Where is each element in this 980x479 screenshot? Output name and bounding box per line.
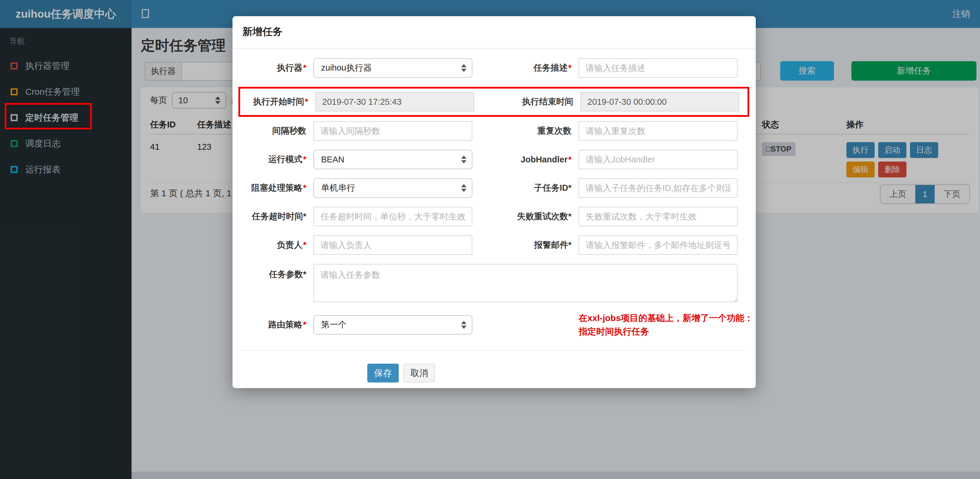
task-timeout-input[interactable]: [313, 207, 473, 226]
feature-note-line1: 在xxl-jobs项目的基础上，新增了一个功能：: [579, 311, 738, 325]
interval-seconds-input[interactable]: [313, 121, 473, 141]
add-task-modal: 新增任务 执行器* zuihou执行器 任务描述* 执行开始时间* 执行结束时间…: [232, 16, 756, 388]
feature-note-line2: 指定时间执行任务: [579, 325, 738, 338]
required-mark: *: [303, 63, 306, 72]
route-strategy-label: 路由策略*: [241, 319, 306, 331]
executor-select-value: zuihou执行器: [321, 62, 372, 74]
select-caret-icon: [461, 64, 466, 72]
feature-note: 在xxl-jobs项目的基础上，新增了一个功能： 指定时间执行任务: [579, 311, 738, 338]
route-strategy-select[interactable]: 第一个: [313, 315, 473, 334]
end-time-label: 执行结束时间: [481, 96, 573, 108]
block-strategy-label: 阻塞处理策略*: [241, 182, 306, 194]
modal-title: 新增任务: [242, 25, 746, 38]
jobhandler-label: JobHandler*: [479, 155, 571, 164]
repeat-count-label: 重复次数: [479, 125, 571, 137]
child-task-id-input[interactable]: [579, 178, 738, 198]
annotation-box-time-row: 执行开始时间* 执行结束时间: [239, 87, 749, 117]
task-desc-input[interactable]: [579, 58, 738, 78]
cancel-button[interactable]: 取消: [404, 364, 435, 382]
required-mark: *: [303, 154, 306, 164]
alarm-email-label: 报警邮件*: [479, 239, 571, 251]
select-caret-icon: [461, 184, 466, 192]
required-mark: *: [303, 240, 306, 250]
block-strategy-select[interactable]: 单机串行: [313, 178, 473, 198]
block-strategy-select-value: 单机串行: [321, 182, 355, 194]
save-button[interactable]: 保存: [367, 364, 399, 382]
required-mark: *: [305, 97, 308, 106]
jobhandler-input[interactable]: [579, 150, 738, 169]
task-params-label: 任务参数*: [241, 264, 306, 280]
fail-retry-input[interactable]: [579, 207, 738, 226]
task-desc-label: 任务描述*: [479, 62, 571, 74]
select-caret-icon: [461, 156, 466, 164]
fail-retry-label: 失败重试次数*: [479, 211, 571, 223]
run-mode-select-value: BEAN: [321, 155, 344, 164]
owner-label: 负责人*: [241, 239, 306, 251]
end-time-input[interactable]: [580, 92, 739, 111]
required-mark: *: [303, 183, 306, 193]
child-task-id-label: 子任务ID*: [479, 182, 571, 194]
task-timeout-label: 任务超时时间*: [241, 211, 306, 223]
repeat-count-input[interactable]: [579, 121, 738, 141]
run-mode-label: 运行模式*: [241, 154, 306, 166]
select-caret-icon: [461, 321, 466, 329]
start-time-label: 执行开始时间*: [243, 96, 308, 108]
owner-input[interactable]: [313, 236, 473, 255]
run-mode-select[interactable]: BEAN: [313, 150, 473, 169]
start-time-input[interactable]: [315, 92, 474, 111]
executor-label: 执行器*: [241, 62, 306, 74]
task-params-textarea[interactable]: [313, 264, 738, 302]
required-mark: *: [303, 320, 306, 329]
required-mark: *: [568, 155, 571, 164]
executor-select[interactable]: zuihou执行器: [313, 58, 473, 78]
interval-seconds-label: 间隔秒数: [241, 125, 306, 137]
route-strategy-select-value: 第一个: [321, 319, 347, 331]
required-mark: *: [568, 63, 571, 72]
alarm-email-input[interactable]: [579, 236, 738, 255]
